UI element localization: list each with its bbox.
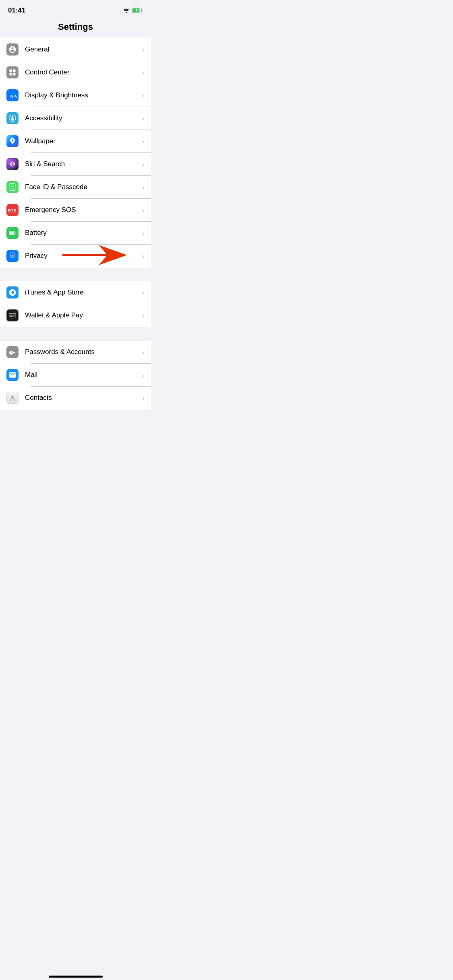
group-gap-1 bbox=[0, 268, 151, 281]
settings-row-wallpaper[interactable]: Wallpaper › bbox=[0, 130, 151, 153]
contacts-chevron: › bbox=[143, 395, 145, 401]
settings-row-battery[interactable]: Battery › bbox=[0, 222, 151, 245]
control-center-icon bbox=[6, 66, 19, 78]
svg-rect-26 bbox=[10, 316, 12, 317]
settings-row-faceid-passcode[interactable]: Face ID & Passcode › bbox=[0, 176, 151, 199]
status-bar: 01:41 bbox=[0, 0, 151, 18]
accessibility-chevron: › bbox=[143, 115, 145, 122]
emergency-sos-label: Emergency SOS bbox=[25, 206, 139, 214]
svg-text:AA: AA bbox=[10, 93, 17, 99]
contacts-label: Contacts bbox=[25, 394, 139, 402]
svg-rect-6 bbox=[13, 73, 16, 76]
wallpaper-chevron: › bbox=[143, 138, 145, 145]
faceid-passcode-label: Face ID & Passcode bbox=[25, 183, 139, 191]
svg-point-15 bbox=[13, 186, 14, 187]
mail-chevron: › bbox=[143, 372, 145, 379]
svg-rect-3 bbox=[10, 70, 12, 72]
battery-icon bbox=[132, 8, 143, 13]
mail-icon bbox=[6, 369, 19, 381]
general-chevron: › bbox=[143, 46, 145, 53]
settings-row-accessibility[interactable]: Accessibility › bbox=[0, 107, 151, 130]
contacts-icon bbox=[6, 392, 19, 404]
general-label: General bbox=[25, 45, 139, 54]
settings-row-wallet-applepay[interactable]: Wallet & Apple Pay › bbox=[0, 304, 151, 327]
wallet-applepay-label: Wallet & Apple Pay bbox=[25, 311, 139, 319]
settings-row-siri-search[interactable]: Siri & Search › bbox=[0, 153, 151, 176]
settings-row-privacy[interactable]: Privacy › bbox=[0, 245, 151, 268]
privacy-label: Privacy bbox=[25, 252, 139, 260]
wallpaper-label: Wallpaper bbox=[25, 137, 139, 145]
wallet-applepay-chevron: › bbox=[143, 312, 145, 319]
settings-row-itunes-appstore[interactable]: iTunes & App Store › bbox=[0, 281, 151, 304]
battery-chevron: › bbox=[143, 230, 145, 237]
passwords-accounts-label: Passwords & Accounts bbox=[25, 348, 139, 356]
wallpaper-icon bbox=[6, 135, 19, 147]
svg-rect-27 bbox=[12, 316, 14, 317]
general-icon bbox=[6, 43, 19, 56]
settings-row-passwords-accounts[interactable]: Passwords & Accounts › bbox=[0, 341, 151, 364]
settings-row-contacts[interactable]: Contacts › bbox=[0, 387, 151, 410]
svg-rect-25 bbox=[9, 315, 16, 316]
page-header: Settings bbox=[0, 18, 151, 38]
status-icons bbox=[123, 8, 143, 13]
svg-rect-4 bbox=[13, 70, 16, 72]
itunes-appstore-icon bbox=[6, 286, 19, 299]
battery-label: Battery bbox=[25, 229, 139, 237]
group-gap-2 bbox=[0, 327, 151, 341]
siri-search-chevron: › bbox=[143, 161, 145, 168]
control-center-chevron: › bbox=[143, 69, 145, 76]
display-brightness-label: Display & Brightness bbox=[25, 91, 139, 99]
accessibility-label: Accessibility bbox=[25, 114, 139, 122]
svg-text:SOS: SOS bbox=[8, 209, 16, 213]
wallet-applepay-icon bbox=[6, 309, 19, 321]
svg-point-0 bbox=[126, 12, 127, 13]
emergency-sos-chevron: › bbox=[143, 207, 145, 214]
settings-row-display-brightness[interactable]: AA Display & Brightness › bbox=[0, 84, 151, 107]
settings-row-emergency-sos[interactable]: SOS Emergency SOS › bbox=[0, 199, 151, 222]
settings-row-general[interactable]: General › bbox=[0, 38, 151, 61]
faceid-passcode-chevron: › bbox=[143, 184, 145, 191]
itunes-appstore-chevron: › bbox=[143, 289, 145, 296]
settings-group-3: Passwords & Accounts › Mail › Contacts › bbox=[0, 341, 151, 410]
settings-group-2: iTunes & App Store › Wallet & Apple Pay … bbox=[0, 281, 151, 327]
svg-rect-5 bbox=[10, 73, 12, 76]
control-center-label: Control Center bbox=[25, 68, 139, 76]
display-brightness-chevron: › bbox=[143, 92, 145, 99]
status-time: 01:41 bbox=[8, 6, 25, 14]
svg-point-14 bbox=[11, 186, 12, 187]
faceid-passcode-icon bbox=[6, 181, 19, 193]
svg-rect-24 bbox=[9, 313, 16, 318]
siri-search-label: Siri & Search bbox=[25, 160, 139, 168]
svg-rect-13 bbox=[10, 184, 15, 191]
itunes-appstore-label: iTunes & App Store bbox=[25, 288, 139, 296]
privacy-icon bbox=[6, 250, 19, 262]
privacy-chevron: › bbox=[143, 253, 145, 259]
display-brightness-icon: AA bbox=[6, 89, 19, 101]
siri-search-icon bbox=[6, 158, 19, 170]
emergency-sos-icon: SOS bbox=[6, 204, 19, 216]
accessibility-icon bbox=[6, 112, 19, 124]
svg-point-9 bbox=[12, 116, 13, 117]
wifi-icon bbox=[123, 8, 130, 13]
settings-row-mail[interactable]: Mail › bbox=[0, 364, 151, 387]
passwords-accounts-icon bbox=[6, 346, 19, 358]
settings-group-1: General › Control Center › AA Display & … bbox=[0, 38, 151, 268]
settings-row-control-center[interactable]: Control Center › bbox=[0, 61, 151, 84]
battery-settings-icon bbox=[6, 227, 19, 239]
page-title: Settings bbox=[58, 22, 93, 32]
svg-rect-22 bbox=[10, 232, 14, 234]
mail-label: Mail bbox=[25, 371, 139, 379]
svg-point-28 bbox=[12, 396, 14, 398]
passwords-accounts-chevron: › bbox=[143, 349, 145, 356]
